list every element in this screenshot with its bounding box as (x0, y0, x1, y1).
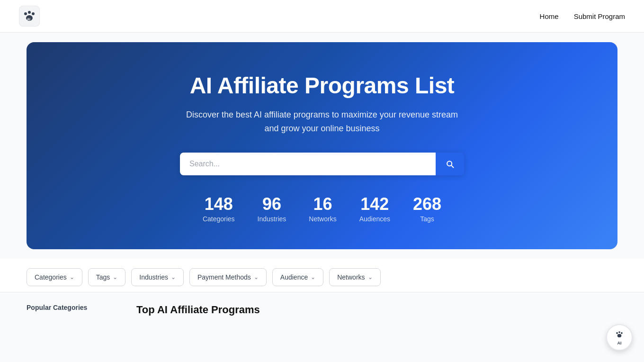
filter-label: Payment Methods (197, 273, 251, 281)
nav-links: Home Submit Program (540, 12, 625, 20)
stat-label: Networks (309, 215, 336, 223)
filter-btn-networks[interactable]: Networks⌄ (329, 268, 380, 286)
stat-item: 268 Tags (413, 194, 441, 223)
nav-home-link[interactable]: Home (540, 12, 559, 20)
stat-number: 142 (359, 194, 390, 214)
logo: AI (19, 6, 40, 27)
navbar: AI Home Submit Program (0, 0, 644, 33)
filter-label: Networks (337, 273, 365, 281)
filter-btn-industries[interactable]: Industries⌄ (131, 268, 184, 286)
filter-label: Industries (139, 273, 168, 281)
chevron-down-icon: ⌄ (311, 274, 315, 281)
hero-section: AI Affiliate Programs List Discover the … (27, 42, 617, 249)
search-icon (445, 159, 455, 169)
sidebar-title: Popular Categories (27, 304, 121, 311)
stat-number: 96 (258, 194, 286, 214)
hero-title: AI Affiliate Programs List (45, 72, 599, 99)
stats-row: 148 Categories 96 Industries 16 Networks… (45, 194, 599, 223)
filter-bar: Categories⌄Tags⌄Industries⌄Payment Metho… (0, 259, 644, 292)
chevron-down-icon: ⌄ (368, 274, 373, 281)
search-button[interactable] (436, 153, 464, 175)
search-container (180, 153, 464, 175)
stat-number: 16 (309, 194, 336, 214)
filter-btn-categories[interactable]: Categories⌄ (27, 268, 82, 286)
stat-number: 268 (413, 194, 441, 214)
svg-text:AI: AI (27, 18, 30, 21)
content-area: Popular Categories Top AI Affiliate Prog… (0, 292, 644, 327)
chevron-down-icon: ⌄ (70, 274, 74, 281)
svg-point-1 (24, 12, 27, 15)
svg-point-3 (32, 12, 35, 15)
stat-item: 16 Networks (309, 194, 336, 223)
filter-btn-payment-methods[interactable]: Payment Methods⌄ (189, 268, 267, 286)
chevron-down-icon: ⌄ (254, 274, 259, 281)
stat-item: 96 Industries (258, 194, 286, 223)
logo-image: AI (19, 6, 40, 27)
filter-btn-tags[interactable]: Tags⌄ (88, 268, 126, 286)
sidebar: Popular Categories (27, 304, 121, 316)
chevron-down-icon: ⌄ (171, 274, 176, 281)
stat-label: Tags (413, 215, 441, 223)
section-title: Top AI Affiliate Programs (136, 304, 617, 316)
search-input[interactable] (180, 153, 436, 175)
filter-btn-audience[interactable]: Audience⌄ (272, 268, 323, 286)
filter-label: Categories (35, 273, 67, 281)
stat-label: Categories (203, 215, 235, 223)
filter-label: Audience (280, 273, 308, 281)
chevron-down-icon: ⌄ (113, 274, 117, 281)
stat-item: 142 Audiences (359, 194, 390, 223)
stat-number: 148 (203, 194, 235, 214)
nav-submit-link[interactable]: Submit Program (574, 12, 625, 20)
stat-label: Industries (258, 215, 286, 223)
filter-label: Tags (96, 273, 110, 281)
stat-label: Audiences (359, 215, 390, 223)
main-content: Top AI Affiliate Programs (136, 304, 617, 316)
svg-point-2 (28, 11, 31, 14)
hero-subtitle: Discover the best AI affiliate programs … (180, 108, 464, 136)
stat-item: 148 Categories (203, 194, 235, 223)
